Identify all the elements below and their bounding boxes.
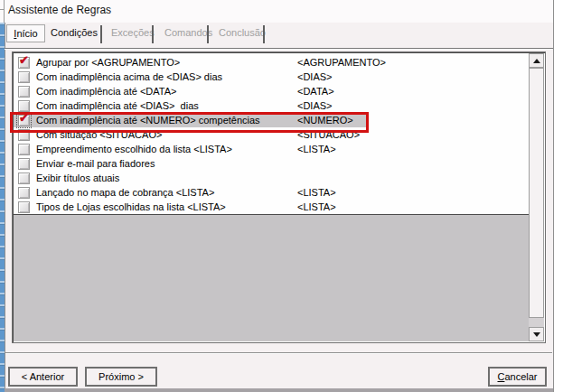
list-item[interactable]: Com inadimplência acima de <DIAS> dias <… [14,70,529,84]
list-item[interactable]: ✔ Agrupar por <AGRUPAMENTO> <AGRUPAMENTO… [14,55,529,70]
list-item[interactable]: Enviar e-mail para fiadores [14,156,529,171]
condition-label: Lançado no mapa de cobrança <LISTA> [36,187,214,198]
scroll-down-button[interactable] [529,327,544,341]
condition-value: <DATA> [297,86,334,97]
condition-value: <LISTA> [297,201,336,212]
background-window-edge [0,9,4,10]
check-icon: ✔ [19,54,29,66]
arrow-up-icon [533,59,540,63]
tab-conclusao: Conclusão [219,27,266,38]
list-item[interactable]: Tipos de Lojas escolhidas na lista <LIST… [14,200,529,214]
dialog-right-border [553,0,563,392]
background-window-edge [4,0,5,23]
check-icon: ✔ [19,112,29,124]
vertical-scrollbar[interactable] [529,53,544,341]
condition-label: Enviar e-mail para fiadores [36,158,155,169]
condition-checkbox[interactable]: ✔ [18,115,30,126]
cancel-button-label: C [497,371,504,382]
condition-label: Exibir títulos atuais [36,173,119,183]
scrollbar-thumb[interactable] [529,68,544,318]
condition-checkbox[interactable] [18,173,30,184]
condition-checkbox[interactable] [18,158,30,170]
condition-label: Com situação <SITUACAO> [36,129,162,140]
condition-value: <DIAS> [297,71,333,82]
tab-inicio[interactable]: Início [6,24,45,42]
condition-label: Tipos de Lojas escolhidas na lista <LIST… [36,201,226,212]
condition-checkbox[interactable] [18,144,30,155]
arrow-down-icon [533,332,540,337]
list-item[interactable]: Com inadimplência até <DATA> <DATA> [14,84,529,98]
tab-separator [263,25,265,43]
list-item[interactable]: Com inadimplência até <DIAS> dias <DIAS> [14,98,529,113]
condition-checkbox[interactable] [18,71,30,83]
previous-button[interactable]: < Anterior [8,367,78,387]
tab-underline [5,48,553,49]
condition-checkbox[interactable] [18,201,30,213]
list-item[interactable]: Empreendimento escolhido da lista <LISTA… [14,142,529,156]
conditions-rows: ✔ Agrupar por <AGRUPAMENTO> <AGRUPAMENTO… [14,55,529,214]
tab-bar: Início Condições Exceções Comandos Concl… [5,23,548,45]
condition-value: <DIAS> [297,100,333,111]
list-item-selected[interactable]: ✔ Com inadimplência até <NUMERO> competê… [14,113,529,127]
list-item[interactable]: Exibir títulos atuais [14,171,529,185]
condition-label: Empreendimento escolhido da lista <LISTA… [36,144,232,154]
tab-condicoes[interactable]: Condições [51,27,98,38]
cancel-button-label: ancelar [504,371,537,382]
condition-checkbox[interactable] [18,100,30,112]
conditions-list: ✔ Agrupar por <AGRUPAMENTO> <AGRUPAMENTO… [12,51,546,343]
condition-value: <NUMERO> [297,115,353,126]
rules-wizard-dialog: Assistente de Regras Início Condições Ex… [0,0,563,392]
cancel-button[interactable]: Cancelar [488,367,547,387]
condition-label: Com inadimplência até <DIAS> dias [36,100,199,111]
tab-excecoes: Exceções [111,27,155,38]
condition-value: <LISTA> [297,144,336,154]
dialog-bottom-border [5,388,553,392]
condition-label: Com inadimplência até <NUMERO> competênc… [36,115,260,126]
condition-value: <LISTA> [297,187,336,198]
dialog-title: Assistente de Regras [8,4,111,16]
condition-checkbox[interactable] [18,129,30,141]
scroll-up-button[interactable] [529,53,544,68]
list-empty-area [14,214,529,341]
condition-label: Agrupar por <AGRUPAMENTO> [36,57,180,68]
condition-checkbox[interactable] [18,187,30,199]
condition-value: <AGRUPAMENTO> [297,57,386,68]
separator-groove [5,352,552,354]
condition-checkbox[interactable] [18,86,30,98]
tab-comandos: Comandos [164,27,212,38]
condition-label: Com inadimplência até <DATA> [36,86,177,97]
condition-value: <SITUACAO> [297,129,360,140]
condition-label: Com inadimplência acima de <DIAS> dias [36,71,222,82]
list-item[interactable]: Lançado no mapa de cobrança <LISTA> <LIS… [14,185,529,200]
dialog-titlebar: Assistente de Regras [0,0,563,23]
list-item[interactable]: Com situação <SITUACAO> <SITUACAO> [14,127,529,142]
tab-inicio-label: nício [16,28,37,39]
next-button[interactable]: Próximo > [85,367,157,387]
dialog-left-border [5,23,5,392]
tab-separator [100,25,102,43]
tab-separator [152,25,154,43]
condition-checkbox[interactable]: ✔ [18,57,30,69]
tab-separator [207,25,209,43]
